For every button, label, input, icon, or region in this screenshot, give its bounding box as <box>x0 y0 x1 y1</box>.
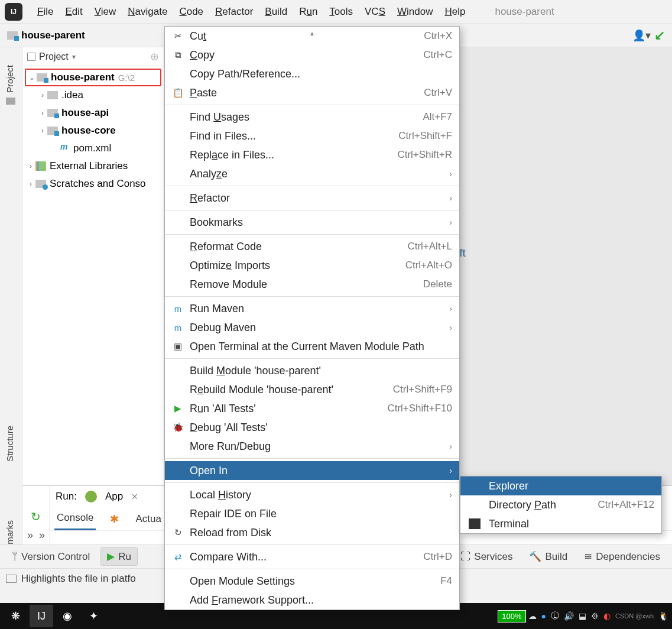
menu-run[interactable]: Run <box>293 4 323 20</box>
tab-console[interactable]: Console <box>54 507 96 530</box>
breadcrumb-root[interactable]: house-parent <box>21 30 85 41</box>
submenu-arrow-icon: › <box>449 304 452 313</box>
maven-file-icon <box>59 144 70 153</box>
context-menu-item[interactable]: ⧉CopyCtrl+C <box>165 46 459 64</box>
context-menu-item[interactable]: Remove ModuleDelete <box>165 275 459 294</box>
context-menu-item[interactable]: More Run/Debug› <box>165 437 459 456</box>
context-menu-item[interactable]: Bookmarks› <box>165 213 459 232</box>
context-menu-item[interactable]: 🐞Debug 'All Tests' <box>165 418 459 437</box>
tree-node-house-core[interactable]: › house-core <box>22 122 164 140</box>
menu-window[interactable]: Window <box>391 4 439 20</box>
menu-build[interactable]: Build <box>259 4 293 20</box>
taskbar-app-icon[interactable]: ❋ <box>4 605 27 627</box>
collapse-arrow-icon[interactable]: › <box>26 180 35 188</box>
layers-icon: ≋ <box>584 550 592 563</box>
project-panel-header[interactable]: Project ▾ ⊕ <box>22 47 164 66</box>
tree-node-scratches[interactable]: › Scratches and Conso <box>22 175 164 193</box>
menu-file[interactable]: File <box>31 4 59 20</box>
context-menu-item[interactable]: Find UsagesAlt+F7 <box>165 108 459 127</box>
submenu-open-in: ExplorerDirectory PathCtrl+Alt+F12Termin… <box>460 476 662 534</box>
menu-item-label: Remove Module <box>190 278 267 291</box>
menu-item-label: Analyze <box>190 168 228 180</box>
tree-node-idea[interactable]: › .idea <box>22 86 164 104</box>
taskbar-media-icon[interactable]: ◉ <box>56 605 79 627</box>
tool-run[interactable]: ▶Ru <box>100 547 138 566</box>
context-menu-item[interactable]: Refactor› <box>165 189 459 207</box>
tray-icon[interactable]: Ⓛ <box>551 611 559 621</box>
close-tab-icon[interactable]: ✕ <box>131 492 138 501</box>
user-dropdown-icon[interactable]: 👤▾ <box>632 29 651 42</box>
more-tabs-chevrons[interactable]: » » <box>27 529 45 542</box>
toolwindow-tab-structure[interactable]: Structure <box>5 426 15 462</box>
context-menu-item[interactable]: Add Framework Support... <box>165 591 459 609</box>
submenu-item[interactable]: Explorer <box>460 476 661 495</box>
menu-view[interactable]: View <box>89 4 122 20</box>
menu-tools[interactable]: Tools <box>323 4 359 20</box>
menu-navigate[interactable]: Navigate <box>122 4 173 20</box>
context-menu-item[interactable]: Replace in Files...Ctrl+Shift+R <box>165 145 459 164</box>
taskbar-app-icon[interactable]: ✦ <box>82 605 105 627</box>
context-menu-item[interactable]: mDebug Maven› <box>165 318 459 337</box>
context-menu-item[interactable]: Local History› <box>165 485 459 504</box>
context-menu-item[interactable]: Repair IDE on File <box>165 504 459 523</box>
context-menu-item[interactable]: Open In› <box>165 461 459 480</box>
system-tray[interactable]: ☁ ● Ⓛ 🔊 ⬓ ⚙ ◐ CSDN @xwh 🐧 <box>528 611 668 621</box>
context-menu-item[interactable]: Find in Files...Ctrl+Shift+F <box>165 127 459 145</box>
tray-icon[interactable]: ⚙ <box>591 611 599 621</box>
context-menu-item[interactable]: 📋PasteCtrl+V <box>165 83 459 102</box>
volume-icon[interactable]: 🔊 <box>564 611 574 621</box>
context-menu-item[interactable]: ▶Run 'All Tests'Ctrl+Shift+F10 <box>165 399 459 418</box>
tab-actuator[interactable]: Actua <box>133 508 163 530</box>
collapse-arrow-icon[interactable]: › <box>38 109 47 117</box>
tray-icon[interactable]: ◐ <box>603 611 611 621</box>
context-menu-item[interactable]: Rebuild Module 'house-parent'Ctrl+Shift+… <box>165 380 459 399</box>
run-config-name[interactable]: App <box>105 491 123 502</box>
battery-indicator[interactable]: 100% <box>498 610 525 622</box>
module-folder-icon <box>47 109 58 117</box>
tray-icon[interactable]: ⬓ <box>579 611 586 621</box>
tool-version-control[interactable]: ᛘVersion Control <box>6 549 96 565</box>
tool-dependencies[interactable]: ≋Dependencies <box>578 548 666 565</box>
tree-node-external-libs[interactable]: › External Libraries <box>22 157 164 175</box>
tool-services[interactable]: ⛶Services <box>455 549 518 565</box>
collapse-arrow-icon[interactable]: › <box>38 127 47 135</box>
tray-icon[interactable]: ☁ <box>528 611 537 621</box>
toolwindow-tab-project[interactable]: Project <box>5 65 15 93</box>
collapse-arrow-icon[interactable]: › <box>26 162 35 170</box>
context-menu-item[interactable]: ↻Reload from Disk <box>165 523 459 542</box>
menu-item-label: Refactor <box>190 192 230 205</box>
menu-help[interactable]: Help <box>439 4 471 20</box>
collapse-arrow-icon[interactable]: › <box>38 91 47 99</box>
context-menu-item[interactable]: Optimize ImportsCtrl+Alt+O <box>165 256 459 275</box>
menu-edit[interactable]: Edit <box>59 4 88 20</box>
status-toolwindow-icon[interactable] <box>6 575 17 583</box>
tree-node-pom[interactable]: pom.xml <box>22 140 164 157</box>
context-menu-item[interactable]: Open Module SettingsF4 <box>165 572 459 591</box>
locate-icon[interactable]: ⊕ <box>150 50 159 63</box>
context-menu-item[interactable]: Analyze› <box>165 164 459 183</box>
expand-arrow-icon[interactable]: ⌄ <box>27 73 37 82</box>
menu-refactor[interactable]: Refactor <box>209 4 259 20</box>
update-project-icon[interactable]: ↙ <box>654 28 665 43</box>
submenu-item[interactable]: Terminal <box>460 514 661 533</box>
context-menu-item[interactable]: Copy Path/Reference... <box>165 64 459 83</box>
menu-code[interactable]: Code <box>173 4 209 20</box>
context-menu-item[interactable]: ⇄Compare With...Ctrl+D <box>165 547 459 566</box>
context-menu-item[interactable]: ▣Open Terminal at the Current Maven Modu… <box>165 337 459 356</box>
context-menu-item[interactable]: ✂CutCtrl+X <box>165 27 459 46</box>
tray-icon[interactable]: ● <box>541 611 546 621</box>
debug-icon: 🐞 <box>172 422 184 433</box>
tray-icon[interactable]: 🐧 <box>658 611 668 621</box>
tree-node-root[interactable]: ⌄ house-parent G:\2 <box>25 69 161 86</box>
context-menu-item[interactable]: mRun Maven› <box>165 299 459 318</box>
tree-node-house-api[interactable]: › house-api <box>22 104 164 122</box>
rerun-icon[interactable]: ↻ <box>31 510 41 524</box>
watermark-text: CSDN @xwh <box>615 612 654 620</box>
menu-vcs[interactable]: VCS <box>359 4 391 20</box>
chevron-down-icon[interactable]: ▾ <box>72 53 76 61</box>
context-menu-item[interactable]: Reformat CodeCtrl+Alt+L <box>165 237 459 256</box>
submenu-item[interactable]: Directory PathCtrl+Alt+F12 <box>460 495 661 514</box>
taskbar-intellij-icon[interactable]: IJ <box>30 605 53 627</box>
tool-build[interactable]: 🔨Build <box>523 548 573 565</box>
context-menu-item[interactable]: Build Module 'house-parent' <box>165 361 459 380</box>
